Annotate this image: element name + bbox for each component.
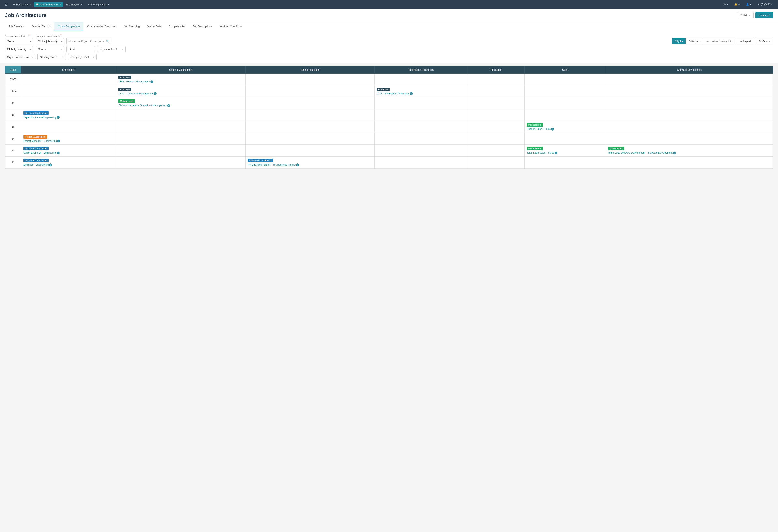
info-icon[interactable]: i: [57, 140, 60, 142]
table-cell: [246, 133, 374, 145]
nav-user[interactable]: 👤 ▾: [744, 2, 754, 7]
search-group: 🔍: [67, 38, 111, 44]
chevron-down-icon: ▾: [60, 3, 61, 6]
job-link[interactable]: CTO – Information Technology: [377, 92, 409, 95]
table-cell: [374, 145, 468, 157]
nav-analyses[interactable]: ⊞ Analyses ▾: [64, 2, 85, 7]
job-link[interactable]: Head of Sales – Sales: [527, 128, 551, 131]
info-icon[interactable]: i: [49, 163, 52, 166]
job-link[interactable]: CEO – General Management: [118, 80, 150, 83]
table-row: 15ManagementHead of Sales – Salesi: [5, 121, 773, 133]
info-icon[interactable]: i: [154, 92, 157, 95]
job-card: ManagementHead of Sales – Salesi: [526, 122, 604, 132]
active-jobs-button[interactable]: Active jobs: [686, 38, 703, 44]
grade-column-header: Grade: [5, 66, 21, 74]
table-cell: [116, 145, 246, 157]
info-icon[interactable]: i: [554, 152, 557, 154]
filters-section: Comparison criterion Y* Grade Job Family…: [0, 31, 778, 63]
table-cell: [374, 133, 468, 145]
jobs-without-salary-button[interactable]: Jobs without salary data: [703, 38, 735, 44]
tab-working-conditions[interactable]: Working Conditions: [216, 22, 246, 31]
job-card: ExecutiveCTO – Information Technologyi: [376, 87, 467, 96]
job-card: ExecutiveCEO – General Managementi: [118, 75, 244, 84]
col-header-sales: Sales: [525, 66, 606, 74]
info-icon[interactable]: i: [167, 104, 170, 107]
table-cell: [468, 97, 525, 109]
info-icon[interactable]: i: [296, 163, 299, 166]
chevron-down-icon: ▾: [769, 40, 770, 43]
info-icon[interactable]: i: [57, 116, 60, 119]
info-icon[interactable]: i: [57, 152, 60, 154]
career-badge: Individual Contribution: [248, 159, 273, 162]
info-icon[interactable]: i: [673, 152, 676, 154]
table-wrapper[interactable]: Grade Engineering General Management Hum…: [5, 66, 773, 168]
help-button[interactable]: ? Help ▾: [737, 12, 754, 18]
tab-market-data[interactable]: Market Data: [143, 22, 165, 31]
grade-cell: EX-04: [5, 85, 21, 97]
info-icon[interactable]: i: [150, 80, 153, 83]
tab-compensation-structures[interactable]: Compensation Structures: [83, 22, 121, 31]
new-job-button[interactable]: + New job: [755, 12, 773, 18]
grade-select[interactable]: Grade Level Band: [67, 46, 95, 52]
criterion-y-label: Comparison criterion Y*: [5, 34, 33, 38]
chevron-down-icon: ▾: [81, 3, 82, 6]
career-badge: Executive: [118, 87, 131, 91]
nav-apps[interactable]: ⊞ ▾: [721, 2, 730, 7]
job-link[interactable]: COO – Operations Management: [118, 92, 153, 95]
job-entry: COO – Operations Managementi: [118, 92, 243, 95]
chevron-down-icon: ▾: [29, 3, 30, 6]
job-link[interactable]: Project Manager – Engineering: [23, 140, 57, 142]
nav-notifications[interactable]: 🔔 ▾: [732, 2, 742, 7]
tab-job-matching[interactable]: Job Matching: [120, 22, 143, 31]
career-badge: Executive: [118, 76, 131, 79]
tab-grading-results[interactable]: Grading Results: [28, 22, 54, 31]
filters-row-1: Comparison criterion Y* Grade Job Family…: [5, 34, 773, 44]
job-link[interactable]: Team Lead Software Development – Softwar…: [608, 151, 673, 154]
job-entry: Division Manager – Operations Management…: [118, 104, 243, 107]
info-icon[interactable]: i: [551, 128, 554, 131]
home-icon[interactable]: ⌂: [3, 1, 9, 8]
organisational-unit-select[interactable]: Organisational unit Division Team: [5, 54, 35, 60]
criterion-x-select[interactable]: Global job family Department Division: [36, 38, 64, 44]
career-badge: Management: [118, 99, 135, 103]
criterion-x-group: Comparison criterion X* Global job famil…: [36, 34, 64, 44]
job-link[interactable]: HR Business Partner – HR Business Partne…: [248, 163, 296, 166]
all-jobs-button[interactable]: All jobs: [672, 38, 686, 44]
view-button[interactable]: ⚙ View ▾: [756, 38, 773, 44]
global-job-family-select[interactable]: Global job family Department: [5, 46, 33, 52]
exposure-level-select[interactable]: Exposure level High Medium Low: [97, 46, 126, 52]
chevron-down-icon: ▾: [750, 3, 751, 6]
tab-competencies[interactable]: Competencies: [165, 22, 189, 31]
job-link[interactable]: Division Manager – Operations Management: [118, 104, 166, 107]
job-link[interactable]: Senior Engineer – Engineering: [23, 151, 56, 154]
job-card: Individual ContributionEngineer – Engine…: [22, 158, 115, 167]
search-input[interactable]: [67, 38, 111, 44]
info-icon[interactable]: i: [410, 92, 413, 95]
table-cell: [525, 133, 606, 145]
career-badge: Individual Contribution: [23, 111, 49, 115]
search-icon[interactable]: 🔍: [106, 40, 109, 43]
nav-language[interactable]: en (Default) ▾: [755, 2, 775, 7]
chevron-down-icon: ▾: [738, 3, 740, 6]
job-link[interactable]: Expert Engineer – Engineering: [23, 116, 56, 119]
user-icon: 👤: [746, 3, 749, 6]
job-link[interactable]: Team Lead Sales – Sales: [527, 151, 554, 154]
company-level-select[interactable]: Company Level Global Regional Local: [68, 54, 97, 60]
nav-favourites[interactable]: ★ Favourites ▾: [10, 2, 33, 7]
table-cell: [525, 156, 606, 168]
tab-cross-comparison[interactable]: Cross Comparison: [54, 22, 83, 31]
star-icon: ★: [13, 3, 15, 6]
grading-status-select[interactable]: Grading Status Active Inactive: [37, 54, 66, 60]
nav-configuration[interactable]: ⚙ Configuration ▾: [85, 2, 111, 7]
table-cell: [246, 85, 374, 97]
export-button[interactable]: ⬇ Export: [737, 38, 754, 44]
gear-icon: ⚙: [88, 3, 90, 6]
career-select[interactable]: Career Management Executive: [36, 46, 64, 52]
nav-job-architecture[interactable]: ☰ Job Architecture ▾: [34, 2, 63, 7]
criterion-y-select[interactable]: Grade Job Family Career Level: [5, 38, 33, 44]
grade-cell: 15: [5, 121, 21, 133]
job-link[interactable]: Engineer – Engineering: [23, 163, 49, 166]
tab-job-overview[interactable]: Job Overview: [5, 22, 28, 31]
tab-job-descriptions[interactable]: Job Descriptions: [189, 22, 216, 31]
career-badge: Executive: [377, 87, 390, 91]
